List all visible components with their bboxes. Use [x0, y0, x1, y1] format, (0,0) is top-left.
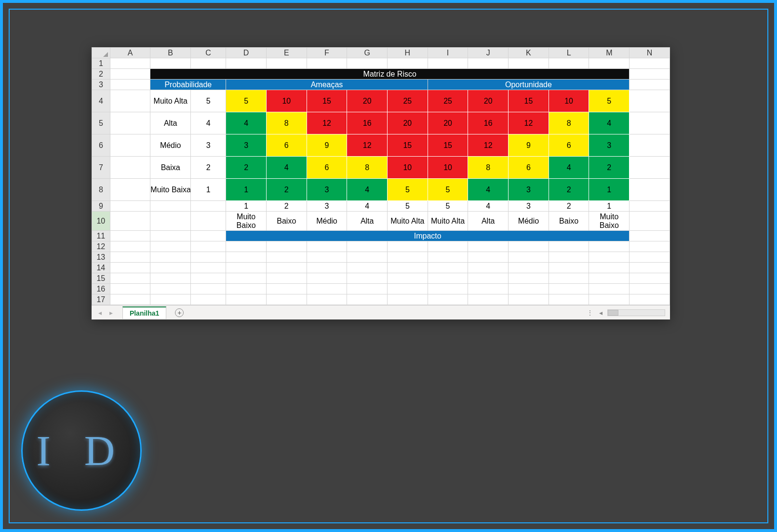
risk-cell[interactable]: 6	[307, 157, 347, 179]
row-header[interactable]: 3	[92, 80, 110, 90]
risk-cell[interactable]: 8	[549, 112, 589, 134]
risk-cell[interactable]: 5	[226, 90, 267, 112]
risk-cell[interactable]: 6	[266, 134, 307, 157]
col-header[interactable]: J	[468, 48, 509, 58]
row-header[interactable]: 17	[92, 294, 110, 305]
risk-cell[interactable]: 2	[589, 157, 630, 179]
risk-cell[interactable]: 4	[226, 112, 267, 134]
risk-cell[interactable]: 15	[307, 90, 347, 112]
risk-cell[interactable]: 12	[307, 112, 347, 134]
impact-label: Alta	[347, 212, 388, 231]
select-all-corner[interactable]	[92, 48, 110, 58]
row-header[interactable]: 13	[92, 252, 110, 263]
col-header[interactable]: E	[266, 48, 307, 58]
probability-value: 2	[191, 157, 226, 179]
risk-cell[interactable]: 10	[266, 90, 307, 112]
row-header[interactable]: 8	[92, 179, 110, 201]
risk-cell[interactable]: 15	[388, 134, 428, 157]
row-header[interactable]: 7	[92, 157, 110, 179]
scroll-left-icon[interactable]: ◂	[599, 309, 603, 317]
row-header[interactable]: 14	[92, 263, 110, 273]
row-header[interactable]: 12	[92, 241, 110, 252]
col-header[interactable]: L	[549, 48, 589, 58]
risk-cell[interactable]: 4	[266, 157, 307, 179]
column-header-row[interactable]: A B C D E F G H I J K L M N	[92, 48, 670, 58]
risk-cell[interactable]: 4	[468, 179, 509, 201]
impact-value: 3	[509, 201, 549, 212]
risk-cell[interactable]: 9	[307, 134, 347, 157]
risk-cell[interactable]: 8	[266, 112, 307, 134]
col-header[interactable]: G	[347, 48, 388, 58]
risk-cell[interactable]: 25	[428, 90, 468, 112]
risk-cell[interactable]: 8	[468, 157, 509, 179]
row-header[interactable]: 4	[92, 90, 110, 112]
risk-cell[interactable]: 20	[428, 112, 468, 134]
threats-header: Ameaças	[226, 80, 428, 90]
tab-nav-arrows[interactable]: ◂ ▸	[92, 309, 122, 317]
impact-value: 5	[428, 201, 468, 212]
row-header[interactable]: 16	[92, 284, 110, 294]
col-header[interactable]: D	[226, 48, 267, 58]
risk-cell[interactable]: 12	[468, 134, 509, 157]
probability-header: Probabilidade	[150, 80, 226, 90]
sheet-tab-active[interactable]: Planilha1	[122, 306, 166, 319]
col-header[interactable]: B	[150, 48, 191, 58]
col-header[interactable]: K	[509, 48, 549, 58]
risk-cell[interactable]: 2	[226, 157, 267, 179]
risk-cell[interactable]: 1	[589, 179, 630, 201]
row-header[interactable]: 11	[92, 231, 110, 241]
risk-cell[interactable]: 3	[307, 179, 347, 201]
risk-cell[interactable]: 16	[468, 112, 509, 134]
risk-cell[interactable]: 25	[388, 90, 428, 112]
risk-cell[interactable]: 2	[266, 179, 307, 201]
risk-cell[interactable]: 6	[549, 134, 589, 157]
row-header[interactable]: 15	[92, 273, 110, 284]
col-header[interactable]: N	[630, 48, 670, 58]
impact-label: Muito Baixo	[226, 212, 267, 231]
tab-options-icon[interactable]: ⋮	[587, 309, 594, 317]
col-header[interactable]: C	[191, 48, 226, 58]
risk-cell[interactable]: 12	[347, 134, 388, 157]
row-header[interactable]: 9	[92, 201, 110, 212]
risk-cell[interactable]: 5	[589, 90, 630, 112]
horizontal-scrollbar[interactable]	[607, 309, 665, 316]
risk-cell[interactable]: 20	[468, 90, 509, 112]
risk-cell[interactable]: 15	[428, 134, 468, 157]
risk-cell[interactable]: 10	[549, 90, 589, 112]
risk-cell[interactable]: 20	[347, 90, 388, 112]
col-header[interactable]: H	[388, 48, 428, 58]
col-header[interactable]: F	[307, 48, 347, 58]
row-header[interactable]: 10	[92, 212, 110, 231]
risk-cell[interactable]: 3	[509, 179, 549, 201]
row-header[interactable]: 5	[92, 112, 110, 134]
risk-cell[interactable]: 20	[388, 112, 428, 134]
spreadsheet-grid[interactable]: A B C D E F G H I J K L M N	[92, 47, 670, 305]
risk-cell[interactable]: 9	[509, 134, 549, 157]
risk-cell[interactable]: 10	[388, 157, 428, 179]
risk-cell[interactable]: 1	[226, 179, 267, 201]
col-header[interactable]: A	[110, 48, 150, 58]
probability-label: Baixa	[150, 157, 191, 179]
row-header[interactable]: 2	[92, 69, 110, 80]
risk-cell[interactable]: 5	[388, 179, 428, 201]
risk-cell[interactable]: 10	[428, 157, 468, 179]
risk-cell[interactable]: 3	[589, 134, 630, 157]
risk-cell[interactable]: 3	[226, 134, 267, 157]
col-header[interactable]: I	[428, 48, 468, 58]
risk-cell[interactable]: 6	[509, 157, 549, 179]
risk-cell[interactable]: 15	[509, 90, 549, 112]
add-sheet-button[interactable]: +	[175, 308, 184, 317]
probability-value: 5	[191, 90, 226, 112]
col-header[interactable]: M	[589, 48, 630, 58]
risk-cell[interactable]: 4	[347, 179, 388, 201]
risk-cell[interactable]: 4	[549, 157, 589, 179]
risk-cell[interactable]: 2	[549, 179, 589, 201]
risk-cell[interactable]: 12	[509, 112, 549, 134]
risk-cell[interactable]: 16	[347, 112, 388, 134]
risk-cell[interactable]: 5	[428, 179, 468, 201]
excel-spreadsheet[interactable]: A B C D E F G H I J K L M N	[92, 47, 670, 319]
row-header[interactable]: 1	[92, 58, 110, 69]
row-header[interactable]: 6	[92, 134, 110, 157]
risk-cell[interactable]: 8	[347, 157, 388, 179]
risk-cell[interactable]: 4	[589, 112, 630, 134]
